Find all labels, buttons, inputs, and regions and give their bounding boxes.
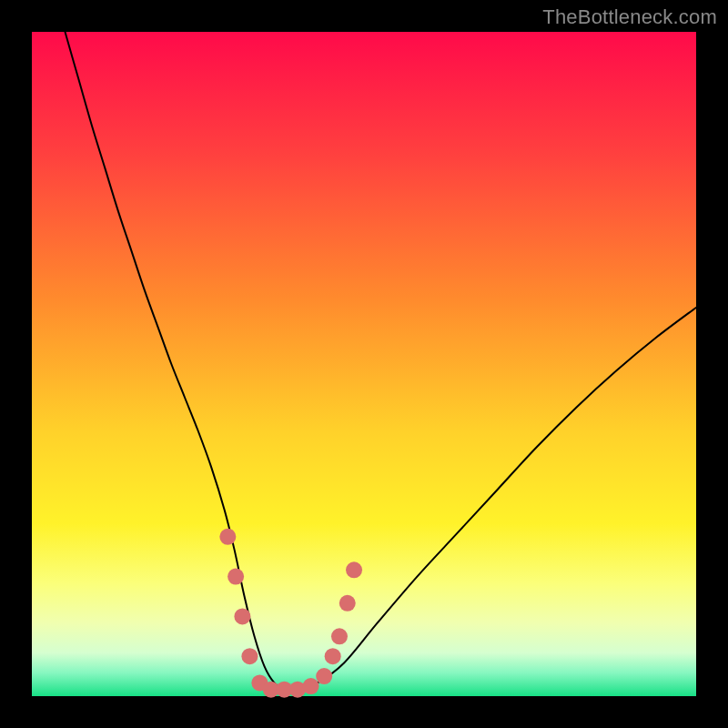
gradient-background [32,32,696,696]
valley-marker [241,648,258,664]
valley-marker [303,678,319,694]
chart-frame: TheBottleneck.com [0,0,728,728]
valley-marker [346,561,362,578]
bottleneck-chart [0,0,728,728]
valley-marker [228,569,244,585]
valley-marker [331,628,348,644]
valley-marker [339,595,356,612]
valley-marker [325,648,341,664]
valley-marker [234,608,250,624]
watermark-label: TheBottleneck.com [542,5,717,29]
valley-marker [316,668,332,684]
valley-marker [219,529,236,545]
